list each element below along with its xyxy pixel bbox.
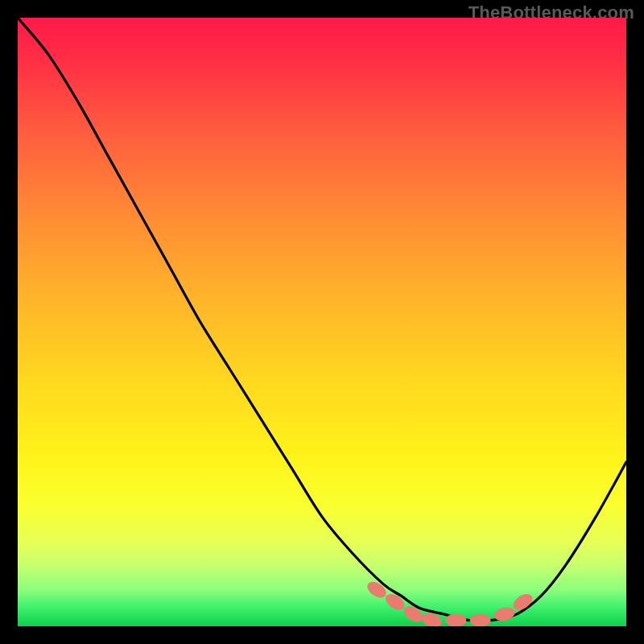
chart-frame: TheBottleneck.com [0,0,644,644]
marker-dot [401,603,426,625]
marker-dot [365,579,390,601]
plot-area [18,18,626,626]
marker-dot [445,613,466,626]
highlight-markers [365,579,535,626]
curve-line [18,18,626,621]
chart-svg [18,18,626,626]
marker-dot [470,613,491,626]
marker-dot [382,591,407,613]
